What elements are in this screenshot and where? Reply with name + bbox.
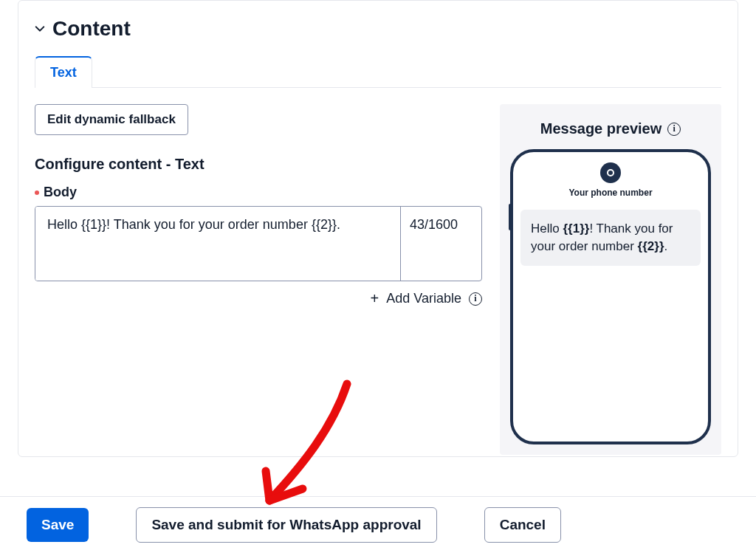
configure-heading: Configure content - Text	[35, 156, 482, 173]
phone-frame: Your phone number Hello {{1}}! Thank you…	[510, 149, 711, 444]
body-field-label: Body	[35, 185, 482, 200]
required-dot-icon	[35, 190, 39, 195]
add-variable-label: Add Variable	[386, 291, 461, 306]
preview-title: Message preview	[540, 120, 662, 137]
save-button[interactable]: Save	[27, 508, 89, 542]
section-header[interactable]: Content	[18, 1, 738, 49]
cancel-button[interactable]: Cancel	[484, 507, 561, 543]
add-variable-button[interactable]: + Add Variable i	[35, 290, 482, 307]
body-label-text: Body	[44, 185, 77, 200]
info-icon[interactable]: i	[667, 123, 681, 136]
preview-text: .	[664, 239, 668, 253]
phone-number-label: Your phone number	[520, 188, 701, 198]
preview-variable: {{2}}	[638, 239, 664, 253]
preview-variable: {{1}}	[563, 221, 589, 236]
char-count: 43/1600	[400, 207, 481, 281]
footer-bar: Save Save and submit for WhatsApp approv…	[0, 496, 756, 553]
section-title: Content	[52, 17, 131, 41]
body-textarea[interactable]	[35, 207, 400, 281]
info-icon[interactable]: i	[469, 292, 482, 306]
phone-camera-icon	[600, 162, 621, 183]
message-preview-panel: Message preview i Your phone number Hell…	[500, 104, 721, 455]
edit-dynamic-fallback-button[interactable]: Edit dynamic fallback	[35, 104, 188, 135]
chevron-down-icon	[35, 24, 45, 34]
preview-text: Hello	[531, 221, 563, 236]
plus-icon: +	[371, 290, 379, 307]
body-input-group: 43/1600	[35, 206, 482, 281]
preview-bubble: Hello {{1}}! Thank you for your order nu…	[520, 210, 701, 266]
tabs: Text	[35, 55, 721, 88]
preview-title-row: Message preview i	[510, 120, 711, 137]
tab-text[interactable]: Text	[35, 56, 92, 88]
save-and-submit-button[interactable]: Save and submit for WhatsApp approval	[136, 507, 436, 543]
